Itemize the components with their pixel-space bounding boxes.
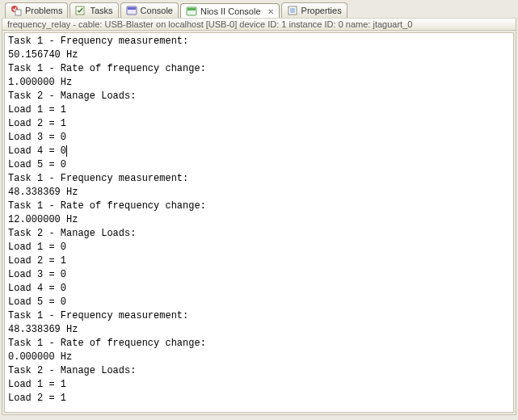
tab-label: Properties [301, 6, 342, 15]
tab-label: Tasks [90, 6, 112, 15]
console-line: Load 1 = 1 [8, 378, 510, 392]
svg-rect-6 [187, 8, 196, 10]
tab-label: Console [141, 6, 173, 15]
nios-console-icon [186, 6, 197, 17]
tab-bar: ProblemsTasksConsoleNios II Console✕Prop… [2, 2, 516, 18]
tab-tasks[interactable]: Tasks [69, 2, 118, 18]
console-line: Load 1 = 0 [8, 241, 510, 254]
console-wrap: Task 1 - Frequency measurement:50.156740… [2, 31, 516, 415]
console-line: 12.000000 Hz [8, 213, 510, 227]
console-line: Load 4 = 0 [8, 282, 510, 296]
console-line: 1.000000 Hz [8, 76, 510, 90]
console-line: Load 2 = 1 [8, 254, 510, 268]
console-line: 48.338369 Hz [8, 186, 510, 200]
console-info-bar: frequency_relay - cable: USB-Blaster on … [2, 18, 516, 31]
console-line: Load 3 = 0 [8, 268, 510, 282]
view-pane: ProblemsTasksConsoleNios II Console✕Prop… [0, 0, 518, 420]
tab-console[interactable]: Console [120, 2, 179, 18]
tab-properties[interactable]: Properties [281, 2, 347, 18]
console-line: Task 2 - Manage Loads: [8, 364, 510, 378]
tab-problems[interactable]: Problems [5, 2, 68, 18]
close-icon[interactable]: ✕ [267, 7, 274, 16]
info-bar-text: frequency_relay - cable: USB-Blaster on … [7, 19, 412, 29]
console-output[interactable]: Task 1 - Frequency measurement:50.156740… [4, 32, 514, 413]
tab-label: Nios II Console [200, 6, 261, 16]
console-line: Task 1 - Rate of frequency change: [8, 62, 510, 76]
console-line: Task 1 - Frequency measurement: [8, 172, 510, 186]
tab-label: Problems [25, 6, 62, 15]
console-line: Task 2 - Manage Loads: [8, 90, 510, 103]
console-line: 50.156740 Hz [8, 48, 510, 62]
console-line: Load 5 = 0 [8, 296, 510, 309]
console-line: Load 5 = 0 [8, 158, 510, 172]
console-line: Task 1 - Frequency measurement: [8, 309, 510, 323]
svg-rect-4 [128, 7, 136, 10]
tab-nios-ii-console[interactable]: Nios II Console✕ [180, 3, 280, 18]
console-line: Load 2 = 1 [8, 392, 510, 405]
svg-rect-1 [15, 10, 21, 15]
console-line: Load 4 = 0 [8, 145, 510, 158]
console-line: Load 3 = 0 [8, 131, 510, 145]
console-line: 0.000000 Hz [8, 351, 510, 364]
console-line: Task 1 - Rate of frequency change: [8, 200, 510, 213]
console-line: Task 1 - Rate of frequency change: [8, 337, 510, 351]
problems-icon [11, 5, 22, 16]
text-caret [66, 145, 67, 157]
tasks-icon [75, 5, 86, 16]
console-line: 48.338369 Hz [8, 323, 510, 337]
console-icon [126, 5, 137, 16]
properties-icon [287, 5, 298, 16]
console-line: Task 2 - Manage Loads: [8, 227, 510, 241]
console-line: Load 1 = 1 [8, 103, 510, 117]
console-line: Task 1 - Frequency measurement: [8, 35, 510, 48]
console-line: Load 2 = 1 [8, 117, 510, 131]
